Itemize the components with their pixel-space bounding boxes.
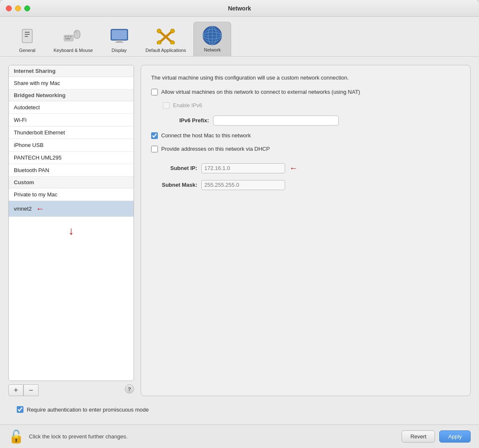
connect-host-checkbox[interactable] (151, 132, 158, 139)
svg-point-19 (170, 29, 175, 33)
list-item-thunderbolt-ethernet[interactable]: Thunderbolt Ethernet (9, 126, 134, 139)
list-item-vmnet2[interactable]: vmnet2 ← (9, 201, 134, 217)
dhcp-label: Provide addresses on this network via DH… (161, 146, 270, 152)
maximize-button[interactable] (24, 5, 30, 11)
toolbar-item-display-label: Display (112, 48, 127, 53)
bottom-bar: 🔓 Click the lock to prevent further chan… (0, 425, 479, 448)
svg-rect-9 (67, 36, 69, 37)
svg-rect-13 (112, 30, 127, 39)
subnet-mask-row: Subnet Mask: (151, 180, 460, 190)
svg-rect-3 (25, 36, 28, 37)
ipv6-label: Enable IPv6 (173, 102, 202, 108)
down-arrow-area: ↓ (9, 217, 134, 242)
ipv6-checkbox (163, 102, 170, 109)
action-buttons: Revert Apply (402, 430, 471, 443)
svg-rect-1 (25, 32, 30, 33)
list-item-share-with-my-mac[interactable]: Share with my Mac (9, 77, 134, 90)
toolbar-item-network[interactable]: Network (193, 22, 231, 56)
vmnet2-arrow-icon: ← (36, 204, 44, 214)
list-item-pantech[interactable]: PANTECH UML295 (9, 152, 134, 164)
dhcp-checkbox[interactable] (151, 146, 158, 152)
svg-point-21 (170, 41, 175, 44)
toolbar-item-default-applications[interactable]: Default Applications (138, 23, 194, 56)
svg-rect-6 (75, 31, 77, 33)
svg-rect-10 (70, 36, 72, 37)
connect-host-checkbox-row: Connect the host Mac to this network (151, 132, 460, 139)
display-icon (109, 26, 129, 46)
detail-description: The virtual machine using this configura… (151, 74, 402, 82)
svg-rect-15 (115, 42, 124, 43)
down-arrow-icon: ↓ (69, 224, 74, 237)
minimize-button[interactable] (15, 5, 21, 11)
lock-text: Click the lock to prevent further change… (29, 433, 397, 440)
content: Internet Sharing Share with my Mac Bridg… (0, 57, 479, 425)
add-network-button[interactable]: + (8, 384, 23, 396)
traffic-lights (6, 5, 30, 11)
toolbar: General Keyboard & Mouse (0, 17, 479, 57)
toolbar-item-keyboard-mouse[interactable]: Keyboard & Mouse (46, 23, 100, 56)
revert-button[interactable]: Revert (402, 430, 435, 443)
subnet-ip-arrow-icon: ← (289, 163, 298, 173)
ipv6-prefix-row: IPv6 Prefix: (163, 116, 460, 126)
list-item-bluetooth-pan[interactable]: Bluetooth PAN (9, 164, 134, 177)
default-applications-icon (156, 26, 176, 46)
nat-label: Allow virtual machines on this network t… (161, 89, 360, 95)
main-panel: Internet Sharing Share with my Mac Bridg… (8, 65, 471, 396)
network-list: Internet Sharing Share with my Mac Bridg… (8, 65, 134, 381)
promiscuous-label: Require authentication to enter promiscu… (27, 407, 149, 413)
help-button[interactable]: ? (125, 384, 134, 394)
right-panel: The virtual machine using this configura… (141, 65, 471, 396)
svg-point-18 (157, 29, 161, 33)
toolbar-item-general-label: General (19, 48, 35, 53)
list-item-wifi[interactable]: Wi-Fi (9, 114, 134, 126)
list-item-private-to-my-mac[interactable]: Private to my Mac (9, 188, 134, 201)
nat-checkbox[interactable] (151, 89, 158, 95)
left-panel: Internet Sharing Share with my Mac Bridg… (8, 65, 134, 396)
toolbar-item-default-applications-label: Default Applications (146, 48, 186, 53)
subnet-ip-input[interactable] (201, 163, 285, 173)
toolbar-item-display[interactable]: Display (100, 23, 138, 56)
svg-rect-11 (65, 38, 70, 39)
promiscuous-checkbox[interactable] (17, 406, 23, 413)
keyboard-mouse-icon (63, 26, 83, 46)
svg-point-20 (157, 41, 161, 44)
list-item-autodetect[interactable]: Autodetect (9, 101, 134, 114)
svg-rect-8 (65, 36, 67, 37)
section-header-custom: Custom (9, 177, 134, 188)
subnet-mask-input[interactable] (201, 180, 285, 190)
section-header-bridged-networking: Bridged Networking (9, 90, 134, 101)
ipv6-checkbox-row: Enable IPv6 (163, 102, 460, 109)
window: Network General (0, 0, 479, 448)
nat-checkbox-row: Allow virtual machines on this network t… (151, 89, 460, 95)
svg-rect-2 (25, 34, 30, 35)
subnet-mask-label: Subnet Mask: (151, 182, 197, 188)
remove-network-button[interactable]: − (23, 384, 39, 396)
ipv6-prefix-label: IPv6 Prefix: (163, 117, 209, 124)
general-icon (17, 26, 37, 46)
section-header-internet-sharing: Internet Sharing (9, 65, 134, 77)
network-icon (202, 26, 222, 46)
svg-rect-14 (117, 40, 122, 42)
titlebar: Network (0, 0, 479, 17)
window-title: Network (228, 5, 251, 12)
list-controls: + − ? (8, 384, 134, 396)
lock-icon[interactable]: 🔓 (8, 429, 24, 444)
ipv6-prefix-input[interactable] (213, 116, 339, 126)
connect-host-label: Connect the host Mac to this network (161, 132, 251, 139)
toolbar-item-keyboard-label: Keyboard & Mouse (54, 48, 93, 53)
apply-button[interactable]: Apply (439, 430, 471, 443)
subnet-ip-row: Subnet IP: ← (151, 163, 460, 173)
toolbar-item-general[interactable]: General (8, 23, 46, 56)
promiscuous-row: Require authentication to enter promiscu… (8, 403, 471, 416)
dhcp-checkbox-row: Provide addresses on this network via DH… (151, 146, 460, 152)
subnet-ip-label: Subnet IP: (151, 165, 197, 171)
toolbar-item-network-label: Network (204, 47, 221, 52)
list-item-iphone-usb[interactable]: iPhone USB (9, 139, 134, 152)
close-button[interactable] (6, 5, 12, 11)
